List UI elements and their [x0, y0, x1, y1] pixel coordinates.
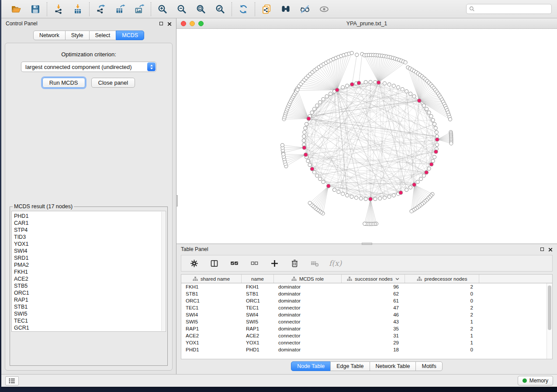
mcds-result-item[interactable]: STP4: [14, 227, 159, 234]
mcds-result-item[interactable]: TEC1: [14, 317, 159, 324]
horizontal-splitter-handle[interactable]: [362, 243, 372, 245]
network-canvas[interactable]: [176, 29, 557, 244]
cell-shared-name: ACE2: [181, 333, 242, 338]
mcds-result-item[interactable]: FKH1: [14, 268, 159, 275]
function-builder-button[interactable]: f(x): [329, 259, 342, 268]
show-eye-button[interactable]: [318, 3, 330, 15]
zoom-window-icon[interactable]: [198, 21, 204, 26]
tab-network-table[interactable]: Network Table: [370, 361, 416, 371]
zoom-fit-button[interactable]: [195, 3, 207, 15]
tab-network[interactable]: Network: [33, 31, 66, 40]
search-input[interactable]: [477, 6, 549, 12]
close-panel-button[interactable]: Close panel: [91, 78, 135, 88]
vertical-splitter-handle[interactable]: [176, 195, 178, 206]
run-mcds-button[interactable]: Run MCDS: [42, 78, 85, 88]
zoom-in-button[interactable]: [157, 3, 168, 15]
refresh-button[interactable]: [238, 3, 249, 15]
mcds-result-item[interactable]: PHD1: [14, 213, 159, 220]
table-scrollbar[interactable]: [547, 283, 552, 359]
memory-button[interactable]: Memory: [518, 376, 553, 385]
sort-desc-icon: [395, 278, 399, 280]
cell-name: SWI4: [242, 312, 274, 317]
table-panel-title: Table Panel: [181, 246, 208, 252]
mcds-result-item[interactable]: ACE2: [14, 275, 159, 282]
columns-button[interactable]: [208, 258, 220, 269]
cell-shared-name: STB1: [181, 291, 242, 296]
tab-select[interactable]: Select: [89, 31, 117, 40]
tab-style[interactable]: Style: [65, 31, 90, 40]
import-network-button[interactable]: [53, 3, 64, 15]
gear-button[interactable]: [188, 258, 200, 269]
mcds-result-item[interactable]: SWI5: [14, 310, 159, 317]
close-table-panel-icon[interactable]: [548, 247, 553, 251]
cell-MCDS-role: dominator: [274, 291, 342, 296]
mcds-result-item[interactable]: SWI4: [14, 248, 159, 254]
select-all-button[interactable]: [228, 258, 240, 269]
mcds-result-item[interactable]: PMA2: [14, 261, 159, 268]
status-bar: Memory: [1, 374, 557, 387]
toolbar-search-box[interactable]: [466, 4, 552, 14]
memory-status-icon: [522, 378, 527, 383]
table-row[interactable]: YOX1YOX1connector291: [181, 339, 552, 346]
column-header-shared-name[interactable]: shared name: [181, 275, 242, 283]
export-table-button[interactable]: [114, 3, 126, 15]
cell-shared-name: RAP1: [181, 326, 242, 331]
table-row[interactable]: SWI4SWI4dominator462: [181, 311, 552, 318]
cell-name: RAP1: [242, 326, 274, 331]
cell-predecessor-nodes: 1: [405, 340, 479, 345]
column-header-predecessor-nodes[interactable]: predecessor nodes: [405, 275, 479, 283]
float-panel-icon[interactable]: [159, 22, 163, 25]
open-folder-button[interactable]: [10, 3, 22, 15]
mcds-result-item[interactable]: GCR1: [14, 324, 159, 331]
delete-table-button[interactable]: [309, 258, 320, 269]
export-network-button[interactable]: [95, 3, 107, 15]
mcds-result-item[interactable]: CAR1: [14, 220, 159, 227]
save-button[interactable]: [30, 3, 41, 15]
tab-node-table[interactable]: Node Table: [291, 361, 331, 371]
mcds-result-item[interactable]: TID3: [14, 234, 159, 241]
clone-network-button[interactable]: [261, 3, 272, 15]
mcds-result-item[interactable]: STB1: [14, 303, 159, 310]
minimize-window-icon[interactable]: [190, 21, 195, 26]
column-header-MCDS-role[interactable]: MCDS role: [274, 275, 342, 283]
table-body: FKH1FKH1dominator962STB1STB1dominator620…: [181, 283, 552, 353]
mcds-result-item[interactable]: STB5: [14, 282, 159, 289]
mcds-result-item[interactable]: SRD1: [14, 254, 159, 261]
clone-network-icon: [261, 4, 272, 14]
table-header-row: shared namenameMCDS rolesuccessor nodesp…: [181, 275, 552, 283]
delete-button[interactable]: [289, 258, 300, 269]
table-row[interactable]: STB1STB1dominator620: [181, 290, 552, 297]
column-header-name[interactable]: name: [242, 275, 274, 283]
table-row[interactable]: TEC1TEC1connector472: [181, 304, 552, 311]
mcds-result-scrollbar[interactable]: [161, 212, 165, 331]
mcds-result-item[interactable]: RAP1: [14, 296, 159, 303]
import-table-button[interactable]: [72, 3, 83, 15]
export-image-button[interactable]: [134, 3, 145, 15]
zoom-out-button[interactable]: [176, 3, 187, 15]
table-row[interactable]: ORC1ORC1dominator610: [181, 297, 552, 304]
table-row[interactable]: PHD1PHD1dominator180: [181, 346, 552, 353]
table-row[interactable]: RAP1RAP1dominator352: [181, 325, 552, 332]
criterion-dropdown[interactable]: largest connected component (undirected): [21, 62, 156, 72]
float-table-panel-icon[interactable]: [540, 248, 544, 251]
search-binoculars-button[interactable]: [280, 3, 291, 15]
table-row[interactable]: FKH1FKH1dominator962: [181, 283, 552, 290]
close-window-icon[interactable]: [181, 21, 186, 26]
deselect-all-button[interactable]: [249, 258, 260, 269]
table-row[interactable]: SWI5SWI5connector431: [181, 318, 552, 325]
table-row[interactable]: ACE2ACE2connector311: [181, 332, 552, 339]
zoom-selected-button[interactable]: [214, 3, 226, 15]
close-panel-icon[interactable]: [167, 21, 172, 26]
network-graph[interactable]: [176, 29, 557, 244]
mcds-result-item[interactable]: ORC1: [14, 289, 159, 296]
tab-mcds[interactable]: MCDS: [116, 31, 144, 40]
tab-edge-table[interactable]: Edge Table: [330, 361, 370, 371]
hide-glasses-button[interactable]: [299, 3, 311, 15]
add-button[interactable]: [269, 258, 280, 269]
zoom-out-icon: [176, 4, 187, 14]
tab-motifs[interactable]: Motifs: [415, 361, 442, 371]
table-scrollbar-thumb[interactable]: [548, 285, 551, 330]
mcds-result-item[interactable]: YOX1: [14, 241, 159, 248]
task-history-button[interactable]: [5, 376, 19, 385]
column-header-successor-nodes[interactable]: successor nodes: [342, 275, 405, 283]
